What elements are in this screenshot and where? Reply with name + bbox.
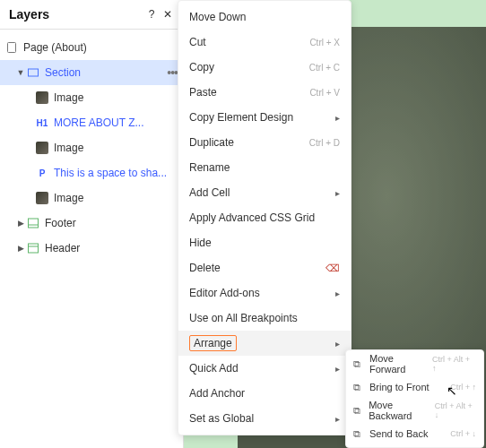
svg-rect-0	[8, 43, 16, 53]
submenu-move-backward[interactable]: ⧉Move BackwardCtrl + Alt + ↓	[346, 399, 483, 422]
tree-heading[interactable]: H1 MORE ABOUT Z...	[0, 110, 183, 135]
tree-header[interactable]: ▶ Header	[0, 236, 183, 261]
menu-apply-grid[interactable]: Apply Advanced CSS Grid	[178, 205, 351, 230]
chevron-right-icon: ▸	[335, 188, 340, 198]
svg-rect-1	[29, 69, 39, 76]
submenu-move-forward[interactable]: ⧉Move ForwardCtrl + Alt + ↑	[346, 352, 483, 375]
menu-hide[interactable]: Hide	[178, 230, 351, 255]
delete-icon: ⌫	[325, 263, 340, 274]
menu-copy-design[interactable]: Copy Element Design▸	[178, 105, 351, 130]
menu-quick-add[interactable]: Quick Add▸	[178, 356, 351, 381]
help-icon[interactable]: ?	[145, 8, 158, 21]
menu-arrange[interactable]: Arrange▸	[178, 331, 351, 356]
tree-label: Footer	[45, 217, 178, 229]
tree-image[interactable]: Image	[0, 85, 183, 110]
tree-label: Page (About)	[23, 41, 178, 54]
p-tag-icon: P	[36, 167, 48, 179]
tree-footer[interactable]: ▶ Footer	[0, 211, 183, 236]
menu-breakpoints[interactable]: Use on All Breakpoints	[178, 306, 351, 331]
svg-rect-4	[29, 244, 39, 253]
section-icon	[27, 66, 39, 79]
menu-rename[interactable]: Rename	[178, 155, 351, 180]
image-thumb-icon	[36, 192, 48, 204]
tree-label: Header	[45, 242, 178, 254]
collapse-icon[interactable]: ▼	[16, 68, 25, 77]
menu-add-cell[interactable]: Add Cell▸	[178, 180, 351, 205]
chevron-right-icon: ▸	[335, 113, 340, 123]
tree-label: Image	[54, 91, 178, 104]
h1-tag-icon: H1	[36, 116, 48, 129]
footer-icon	[27, 217, 39, 229]
chevron-right-icon: ▸	[335, 339, 340, 349]
layer-forward-icon: ⧉	[353, 358, 366, 370]
svg-rect-2	[29, 219, 39, 228]
menu-add-anchor[interactable]: Add Anchor	[178, 381, 351, 406]
close-icon[interactable]: ✕	[161, 8, 174, 21]
layer-front-icon: ⧉	[353, 382, 366, 393]
menu-duplicate[interactable]: DuplicateCtrl + D	[178, 130, 351, 155]
context-menu: Move Down CutCtrl + X CopyCtrl + C Paste…	[178, 0, 351, 435]
chevron-right-icon: ▸	[335, 364, 340, 374]
image-thumb-icon	[36, 142, 48, 154]
submenu-send-to-back[interactable]: ⧉Send to BackCtrl + ↓	[346, 422, 483, 445]
panel-header: Layers ? ✕	[0, 0, 183, 30]
tree-label: Image	[54, 192, 178, 204]
page-icon	[5, 41, 18, 54]
tree-label: MORE ABOUT Z...	[54, 116, 178, 129]
menu-move-down[interactable]: Move Down	[178, 4, 351, 30]
tree-image[interactable]: Image	[0, 185, 183, 211]
menu-cut[interactable]: CutCtrl + X	[178, 30, 351, 55]
chevron-right-icon: ▸	[335, 414, 340, 424]
tree-page[interactable]: Page (About)	[0, 35, 183, 60]
layer-back-icon: ⧉	[353, 428, 366, 440]
arrange-submenu: ⧉Move ForwardCtrl + Alt + ↑ ⧉Bring to Fr…	[345, 349, 484, 448]
tree-label: This is a space to sha...	[54, 167, 178, 179]
layers-panel: Layers ? ✕ Page (About) ▼ Section ••• Im…	[0, 0, 184, 448]
menu-addons[interactable]: Editor Add-ons▸	[178, 280, 351, 306]
tree-label: Image	[54, 142, 178, 154]
panel-title: Layers	[9, 7, 142, 22]
tree-paragraph[interactable]: P This is a space to sha...	[0, 160, 183, 185]
header-icon	[27, 242, 39, 254]
tree-section[interactable]: ▼ Section •••	[0, 60, 183, 85]
menu-delete[interactable]: Delete⌫	[178, 255, 351, 280]
menu-copy[interactable]: CopyCtrl + C	[178, 55, 351, 80]
chevron-right-icon: ▸	[335, 289, 340, 298]
submenu-bring-to-front[interactable]: ⧉Bring to FrontCtrl + ↑	[346, 375, 483, 399]
menu-set-global[interactable]: Set as Global▸	[178, 406, 351, 431]
menu-paste[interactable]: PasteCtrl + V	[178, 80, 351, 105]
tree-image[interactable]: Image	[0, 135, 183, 160]
layer-tree: Page (About) ▼ Section ••• Image H1 MORE…	[0, 30, 183, 261]
tree-label: Section	[45, 66, 167, 79]
expand-icon[interactable]: ▶	[16, 219, 25, 228]
layer-backward-icon: ⧉	[353, 405, 365, 417]
expand-icon[interactable]: ▶	[16, 244, 25, 253]
image-thumb-icon	[36, 91, 48, 104]
more-icon[interactable]: •••	[167, 65, 178, 80]
